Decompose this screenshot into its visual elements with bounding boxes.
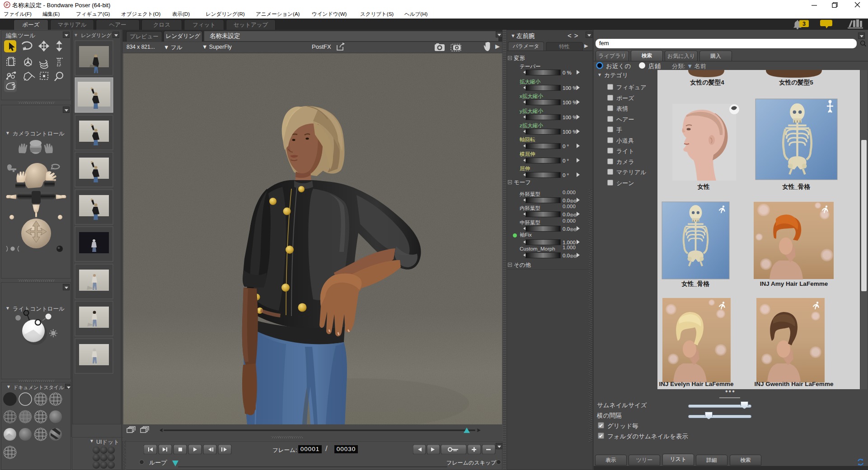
- svg-text:3: 3: [802, 21, 806, 27]
- svg-text:INJ Gwenith Hair LaFemme: INJ Gwenith Hair LaFemme: [755, 381, 834, 387]
- svg-text:INJ Evelyn Hair LaFemme: INJ Evelyn Hair LaFemme: [659, 381, 734, 387]
- svg-text:女性の髪型4: 女性の髪型4: [690, 79, 724, 86]
- svg-text:女性: 女性: [697, 183, 710, 190]
- svg-text:P: P: [5, 3, 8, 7]
- svg-text:女性の髪型5: 女性の髪型5: [779, 79, 813, 86]
- svg-text:INJ Amy Hair LaFemme: INJ Amy Hair LaFemme: [760, 280, 828, 287]
- svg-text:女性_骨格: 女性_骨格: [782, 183, 811, 190]
- svg-text:女性_骨格: 女性_骨格: [681, 280, 710, 287]
